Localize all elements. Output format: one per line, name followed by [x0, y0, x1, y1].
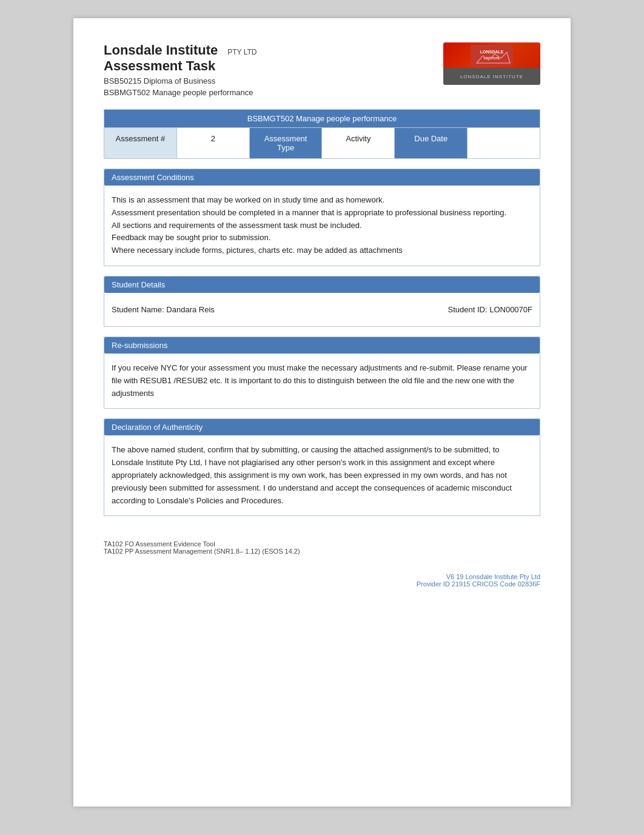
conditions-line-2: Assessment presentation should be comple… — [112, 207, 532, 220]
assessment-task-title: Assessment Task — [104, 58, 257, 74]
logo-top: LONSDALE INSTITUTE — [443, 42, 540, 68]
footer-line2: TA102 PP Assessment Management (SNR1.8– … — [104, 548, 540, 555]
due-date-value — [468, 128, 540, 158]
assessment-columns-row: Assessment # 2 Assessment Type Activity … — [104, 127, 540, 158]
assessment-type-label: Assessment Type — [250, 128, 323, 158]
conditions-section: Assessment Conditions This is an assessm… — [104, 169, 540, 266]
assessment-number-value: 2 — [177, 128, 250, 158]
footer-line1: TA102 FO Assessment Evidence Tool — [104, 540, 540, 548]
footer: TA102 FO Assessment Evidence Tool TA102 … — [104, 540, 540, 588]
declaration-body: The above named student, confirm that by… — [104, 435, 540, 515]
declaration-section: Declaration of Authenticity The above na… — [104, 418, 540, 516]
student-id-field: Student ID: LON00070F — [448, 305, 533, 314]
student-name-label: Student Name: — [112, 305, 164, 314]
assessment-hash-label: Assessment # — [104, 128, 177, 158]
student-name-value: Dandara Reis — [166, 305, 215, 314]
conditions-line-1: This is an assessment that may be worked… — [112, 194, 532, 207]
student-section: Student Details Student Name: Dandara Re… — [104, 276, 540, 327]
declaration-heading: Declaration of Authenticity — [104, 419, 540, 435]
conditions-line-4: Feedback may be sought prior to submissi… — [112, 232, 532, 244]
institute-name: Lonsdale Institute — [104, 42, 218, 58]
footer-version-line2: Provider ID 21915 CRICOS Code 02836F — [104, 580, 540, 588]
page: Lonsdale Institute PTY LTD Assessment Ta… — [73, 18, 571, 806]
svg-text:LONSDALE: LONSDALE — [480, 50, 504, 54]
conditions-line-5: Where necessary include forms, pictures,… — [112, 244, 532, 257]
activity-label: Activity — [322, 128, 395, 158]
student-id-label: Student ID: — [448, 305, 488, 314]
student-id-value: LON00070F — [489, 305, 532, 314]
resubmissions-section: Re-submissions If you receive NYC for yo… — [104, 337, 540, 409]
student-details-heading: Student Details — [104, 277, 540, 293]
due-date-label: Due Date — [395, 128, 468, 158]
conditions-heading: Assessment Conditions — [104, 169, 540, 186]
footer-version: V6 19 Lonsdale Institute Pty Ltd Provide… — [104, 573, 540, 588]
diploma-line1: BSB50215 Diploma of Business — [104, 76, 257, 86]
student-body: Student Name: Dandara Reis Student ID: L… — [104, 293, 540, 326]
pty-ltd: PTY LTD — [227, 48, 257, 56]
diploma-line2: BSBMGT502 Manage people performance — [104, 88, 257, 97]
section-title-bar: BSBMGT502 Manage people performance — [104, 110, 540, 127]
student-name-field: Student Name: Dandara Reis — [112, 305, 215, 314]
logo: LONSDALE INSTITUTE LONSDALE INSTITUTE — [443, 42, 540, 85]
conditions-line-3: All sections and requirements of the ass… — [112, 220, 532, 232]
resubmissions-body: If you receive NYC for your assessment y… — [104, 354, 540, 408]
logo-bottom: LONSDALE INSTITUTE — [443, 68, 540, 85]
header: Lonsdale Institute PTY LTD Assessment Ta… — [104, 42, 540, 97]
resubmissions-heading: Re-submissions — [104, 337, 540, 354]
footer-version-line1: V6 19 Lonsdale Institute Pty Ltd — [104, 573, 540, 580]
header-left: Lonsdale Institute PTY LTD Assessment Ta… — [104, 42, 257, 97]
conditions-body: This is an assessment that may be worked… — [104, 186, 540, 266]
main-section: BSBMGT502 Manage people performance Asse… — [104, 109, 540, 159]
